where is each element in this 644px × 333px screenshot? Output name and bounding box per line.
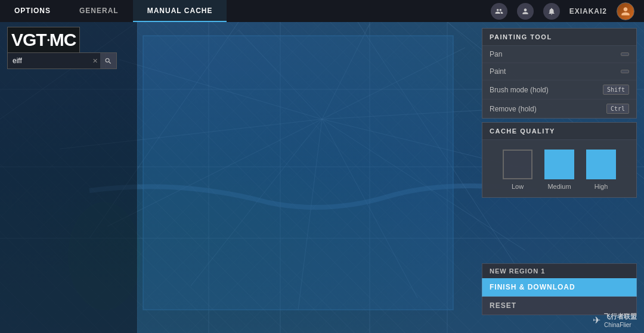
app-logo: VG T · MC (7, 27, 80, 53)
nav-icons-area: EXIAKAI2 (481, 0, 644, 22)
search-clear-btn[interactable]: ✕ (90, 57, 100, 65)
quality-high[interactable]: High (586, 150, 616, 190)
quality-medium-label: Medium (547, 183, 571, 190)
tab-options[interactable]: OPTIONS (0, 0, 65, 22)
svg-point-24 (69, 203, 140, 310)
plane-icon: ✈ (593, 315, 600, 326)
quality-low-box[interactable] (503, 150, 532, 179)
bottom-action-panel: NEW REGION 1 FINISH & DOWNLOAD RESET (482, 263, 637, 315)
paint-row: Paint (482, 63, 636, 80)
right-panel: PAINTING TOOL Pan Paint Brush mode (hold… (482, 28, 637, 201)
people-icon-btn[interactable] (491, 3, 507, 20)
remove-label: Remove (hold) (490, 105, 537, 113)
pan-label: Pan (490, 50, 502, 58)
quality-low-label: Low (512, 183, 524, 190)
cache-quality-header: CACHE QUALITY (482, 123, 636, 140)
brush-mode-key: Shift (603, 85, 629, 95)
painting-tool-header: PAINTING TOOL (482, 29, 636, 46)
tab-general[interactable]: GENERAL (65, 0, 133, 22)
search-area: eiff ✕ (7, 52, 117, 69)
brush-mode-label: Brush mode (hold) (490, 86, 549, 94)
quality-medium[interactable]: Medium (544, 150, 574, 190)
profile-icon-btn[interactable] (517, 3, 534, 20)
search-button[interactable] (100, 52, 117, 69)
quality-high-box[interactable] (586, 150, 616, 179)
quality-options: Low Medium High (482, 140, 636, 197)
tab-manual-cache[interactable]: MANUAL CACHE (133, 0, 227, 22)
region-label: NEW REGION 1 (482, 263, 637, 278)
notification-icon-btn[interactable] (543, 3, 560, 20)
cache-quality-panel: CACHE QUALITY Low Medium High (482, 122, 637, 198)
painting-tool-panel: PAINTING TOOL Pan Paint Brush mode (hold… (482, 28, 637, 119)
user-avatar[interactable] (617, 2, 634, 20)
watermark: ✈ 飞行者联盟ChinaFlier (593, 312, 637, 328)
username-label: EXIAKAI2 (569, 7, 607, 15)
paint-label: Paint (490, 67, 506, 76)
top-navigation: OPTIONS GENERAL MANUAL CACHE EXIAKAI2 (0, 0, 644, 22)
pan-row: Pan (482, 46, 636, 63)
brush-mode-row: Brush mode (hold) Shift (482, 80, 636, 99)
finish-download-button[interactable]: FINISH & DOWNLOAD (482, 278, 637, 297)
watermark-sub: ChinaFlier (604, 322, 631, 328)
quality-high-label: High (595, 183, 608, 190)
watermark-text: 飞行者联盟ChinaFlier (604, 312, 637, 328)
remove-key: Ctrl (606, 104, 629, 114)
paint-key (621, 70, 629, 73)
quality-medium-box[interactable] (544, 150, 574, 179)
remove-row: Remove (hold) Ctrl (482, 99, 636, 118)
pan-key (621, 52, 629, 56)
quality-low[interactable]: Low (503, 150, 532, 190)
